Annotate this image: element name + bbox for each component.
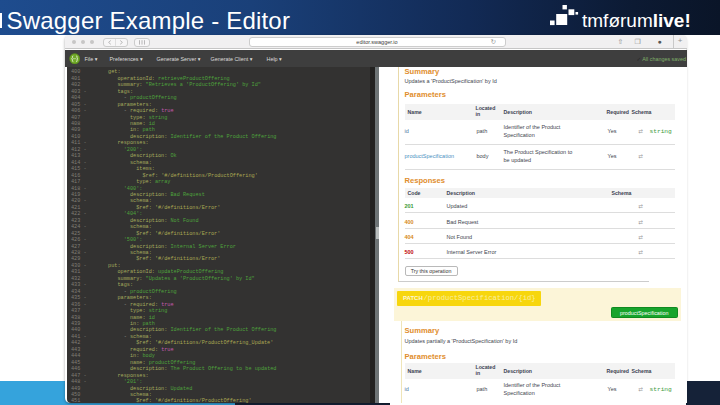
svg-text:tmførumlive!: tmførumlive! [582,10,690,31]
